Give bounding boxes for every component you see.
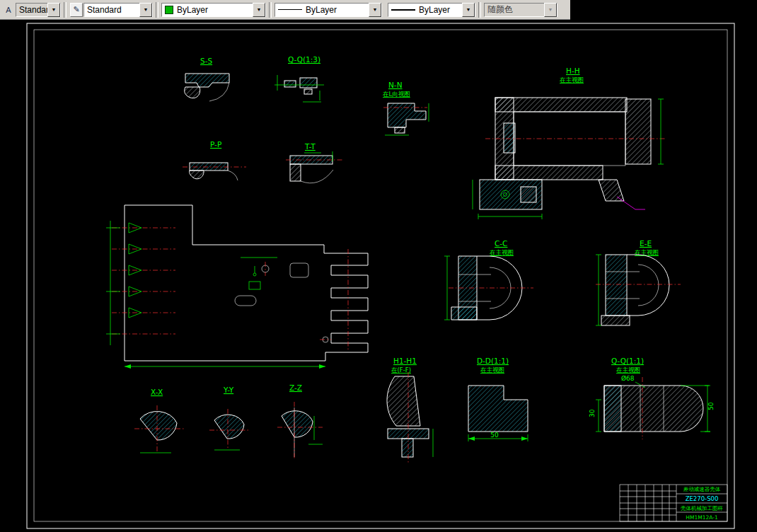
- view-label-cc: C-C: [495, 239, 507, 248]
- view-label-nn: N-N: [388, 81, 403, 89]
- plot-style-dropdown: 随颜色 ▼: [484, 3, 557, 17]
- view-pp: P-P: [183, 140, 246, 180]
- dim-dd-50: 50: [490, 432, 499, 439]
- color-dropdown[interactable]: ByLayer ▼: [161, 3, 266, 17]
- drawing-svg: S-S Q-Q(1:3) N-N 在L向视图 H-H 在主视图: [0, 20, 757, 532]
- dim-style-dropdown[interactable]: Standard ▼: [83, 3, 153, 17]
- view-h1h1: H1-H1 在(F-F): [387, 357, 433, 463]
- dim-style-icon[interactable]: ✎: [70, 3, 83, 17]
- toolbar-separator: [269, 2, 272, 18]
- view-label-dd11: D-D(1:1): [477, 357, 509, 365]
- view-sublabel-dd11: 在主视图: [480, 366, 504, 374]
- view-sublabel-cc: 在主视图: [490, 249, 514, 256]
- cad-application-window: A Standard ▼ ✎ Standard ▼ ByLayer ▼ ByLa…: [0, 0, 757, 532]
- view-label-qq11: Q-Q(1:1): [611, 357, 644, 365]
- view-zz: Z-Z: [277, 383, 323, 458]
- view-tt: T-T: [286, 142, 342, 183]
- bylayer-color-swatch-icon: [165, 6, 173, 14]
- linetype-value: ByLayer: [306, 5, 337, 15]
- plot-style-value: 随颜色: [487, 4, 513, 16]
- lineweight-dropdown[interactable]: ByLayer ▼: [388, 3, 475, 17]
- linetype-dropdown[interactable]: ByLayer ▼: [275, 3, 382, 17]
- color-value: ByLayer: [177, 5, 208, 15]
- text-style-value: Standard: [19, 5, 47, 15]
- dim-style-value: Standard: [87, 5, 122, 15]
- view-label-tt: T-T: [304, 142, 316, 151]
- view-label-qq13: Q-Q(1:3): [288, 55, 320, 64]
- color-dropdown-arrow-icon[interactable]: ▼: [253, 3, 265, 17]
- lineweight-value: ByLayer: [419, 5, 450, 15]
- dim-qq-dia68: Ø68: [621, 375, 635, 382]
- lineweight-line-icon: [391, 9, 415, 11]
- dim-qq-50: 50: [707, 402, 715, 410]
- view-qq11: Q-Q(1:1) 在主视图 Ø68 30 50: [589, 357, 715, 439]
- drawing-canvas-viewport[interactable]: S-S Q-Q(1:3) N-N 在L向视图 H-H 在主视图: [0, 20, 757, 532]
- toolbar-separator: [64, 2, 67, 18]
- view-label-zz: Z-Z: [289, 383, 302, 392]
- title-block: 差动减速器壳体 ZE270-S00 壳体机械加工图样 HM1M12A-1: [620, 485, 727, 521]
- plot-style-dropdown-arrow-icon: ▼: [544, 3, 557, 17]
- view-label-h1h1: H1-H1: [393, 357, 417, 365]
- view-label-xx: X-X: [151, 388, 163, 396]
- view-sublabel-qq11: 在主视图: [616, 366, 640, 374]
- view-nn: N-N 在L向视图: [383, 81, 429, 135]
- view-dd11: D-D(1:1) 在主视图 50: [468, 357, 528, 441]
- linetype-dropdown-arrow-icon[interactable]: ▼: [369, 3, 381, 17]
- dim-style-dropdown-arrow-icon[interactable]: ▼: [139, 3, 152, 17]
- view-main-plan: [106, 205, 368, 369]
- dim-qq-30: 30: [589, 409, 596, 417]
- view-hh: H-H 在主视图: [473, 66, 666, 219]
- view-label-yy: Y-Y: [223, 386, 234, 394]
- view-cc: C-C 在主视图: [444, 239, 533, 320]
- titleblock-doc-name: 壳体机械加工图样: [681, 505, 724, 511]
- titleblock-drawing-no: ZE270-S00: [686, 495, 719, 502]
- toolbar-separator: [156, 2, 158, 18]
- view-label-pp: P-P: [210, 140, 221, 149]
- view-sublabel-hh: 在主视图: [560, 76, 584, 83]
- view-label-ss: S-S: [200, 57, 212, 65]
- view-qq13: Q-Q(1:3): [275, 55, 324, 102]
- text-style-dropdown[interactable]: Standard ▼: [16, 3, 61, 17]
- linetype-line-icon: [278, 9, 302, 10]
- titleblock-product-name: 差动减速器壳体: [683, 486, 721, 492]
- view-label-ee: E-E: [640, 239, 652, 248]
- titleblock-part-no: HM1M12A-1: [686, 514, 718, 521]
- top-toolbar: A Standard ▼ ✎ Standard ▼ ByLayer ▼ ByLa…: [0, 0, 570, 20]
- toolbar-separator: [478, 2, 481, 18]
- view-xx: X-X: [134, 388, 184, 453]
- text-style-dropdown-arrow-icon[interactable]: ▼: [47, 3, 60, 17]
- view-ss: S-S: [185, 57, 229, 101]
- view-label-hh: H-H: [566, 66, 580, 75]
- lineweight-dropdown-arrow-icon[interactable]: ▼: [462, 3, 475, 17]
- view-ee: E-E 在主视图: [596, 239, 681, 325]
- view-sublabel-nn: 在L向视图: [383, 91, 410, 98]
- text-style-icon[interactable]: A: [2, 3, 15, 17]
- view-yy: Y-Y: [209, 386, 250, 450]
